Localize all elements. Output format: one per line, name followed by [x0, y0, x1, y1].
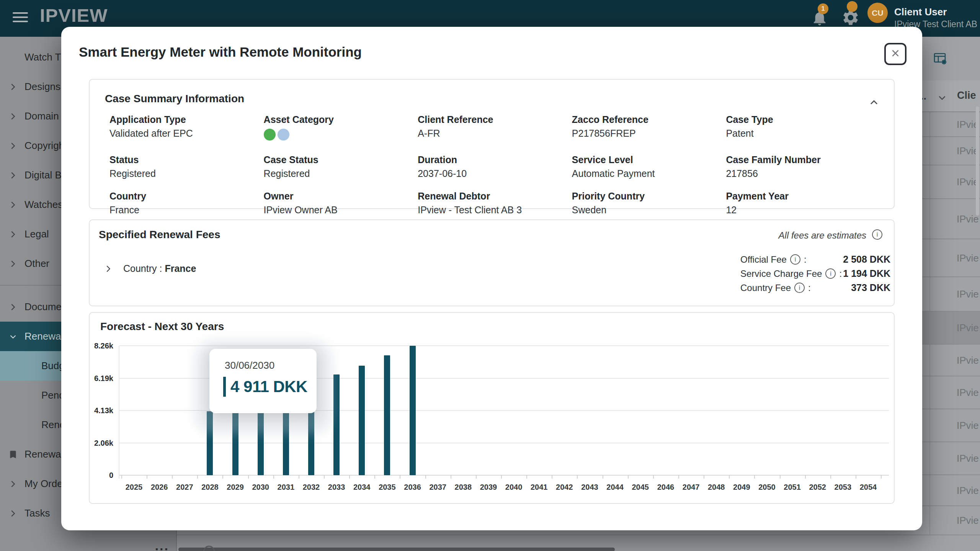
forecast-bar-2033[interactable]: [333, 374, 340, 475]
chevron-right-icon: [8, 141, 18, 151]
menu-icon[interactable]: [13, 12, 28, 24]
chart-x-tick: [248, 475, 249, 479]
chart-y-tick-label: 8.26k: [94, 342, 113, 350]
floating-button[interactable]: [203, 546, 215, 551]
close-button[interactable]: [884, 43, 906, 65]
chart-x-tick: [856, 475, 856, 479]
chart-x-tick: [400, 475, 400, 479]
summary-field-label: Asset Category: [264, 114, 418, 125]
chart-x-tick: [425, 475, 426, 479]
horizontal-scrollbar[interactable]: [178, 548, 615, 551]
summary-field: Case TypePatent: [726, 114, 880, 143]
table-cell-client: IPvie: [957, 213, 979, 225]
chart-x-tick-label: 2047: [683, 483, 700, 492]
sidebar-item-label: Legal: [24, 228, 49, 240]
chart-x-tick: [678, 475, 679, 479]
sidebar-item-label: My Order: [24, 478, 66, 490]
summary-field: CountryFrance: [109, 191, 264, 216]
chart-x-tick-label: 2038: [455, 483, 472, 492]
summary-field: Payment Year12: [726, 191, 880, 216]
chart-x-tick: [374, 475, 375, 479]
chevron-right-icon: [8, 111, 18, 122]
chart-x-tick: [273, 475, 274, 479]
chart-x-tick: [780, 475, 781, 479]
chart-x-tick: [299, 475, 299, 479]
fee-label: Official Feei:: [740, 254, 807, 265]
table-column-header-client[interactable]: Clie: [957, 90, 976, 101]
chart-x-tick-label: 2040: [505, 483, 523, 492]
chevron-up-icon[interactable]: [868, 96, 880, 110]
summary-field-label: Payment Year: [726, 191, 880, 202]
sidebar-item-label: Tasks: [24, 507, 50, 519]
info-icon[interactable]: i: [790, 254, 800, 265]
sidebar-item-label: Documen: [24, 301, 67, 313]
forecast-bar-2035[interactable]: [384, 355, 390, 475]
chevron-right-icon: [103, 264, 113, 274]
chart-y-tick-label: 4.13k: [94, 406, 113, 415]
chart-x-tick-label: 2045: [632, 483, 649, 492]
chart-x-tick: [324, 475, 325, 479]
forecast-bar-2036[interactable]: [410, 346, 416, 475]
vertical-scrollbar[interactable]: [976, 106, 979, 216]
summary-field-label: Status: [109, 154, 264, 165]
summary-field-value: 12: [726, 204, 880, 216]
summary-field: OwnerIPview Owner AB: [264, 191, 418, 216]
fees-country-group[interactable]: Country : France: [103, 263, 196, 274]
chart-x-tick: [197, 475, 198, 479]
chevron-right-icon: [8, 170, 18, 181]
app-logo[interactable]: IPVIEW: [40, 5, 108, 26]
summary-field-value: IPview - Test Client AB 3: [418, 204, 572, 216]
table-cell-client: IPvie: [957, 252, 979, 264]
chevron-right-icon: [8, 82, 18, 92]
summary-field-value: Validated after EPC: [109, 128, 264, 139]
chart-x-tick: [172, 475, 173, 479]
chart-x-tick: [577, 475, 578, 479]
fee-line: Official Feei:2 508 DKK: [740, 252, 890, 267]
summary-field-label: Priority Country: [572, 191, 726, 202]
case-summary-card: Case Summary Information Application Typ…: [89, 79, 895, 209]
chevron-right-icon: [8, 302, 18, 312]
forecast-bar-2034[interactable]: [359, 366, 365, 475]
fees-country-value: France: [165, 263, 196, 274]
chevron-down-icon[interactable]: [936, 92, 948, 105]
sidebar-more-button[interactable]: ...: [155, 538, 169, 551]
user-name: Client User: [894, 6, 947, 18]
renewal-fees-card: Specified Renewal Fees All fees are esti…: [89, 219, 895, 306]
info-icon[interactable]: i: [872, 229, 882, 240]
table-cell-client: IPvie: [957, 354, 979, 366]
summary-field-value: 2037-06-10: [418, 168, 572, 179]
chart-x-tick: [501, 475, 502, 479]
summary-field: Asset Category: [264, 114, 418, 143]
tooltip-date: 30/06/2030: [225, 360, 317, 371]
forecast-chart-card: Forecast - Next 30 Years 02.06k4.13k6.19…: [89, 312, 895, 504]
fee-label: Service Charge Feei:: [740, 268, 842, 279]
forecast-title: Forecast - Next 30 Years: [100, 320, 224, 333]
info-icon[interactable]: i: [794, 283, 805, 293]
chart-x-tick: [552, 475, 552, 479]
chart-x-tick-label: 2048: [708, 483, 725, 492]
summary-field-value: Sweden: [572, 204, 726, 216]
fee-line: Country Feei:373 DKK: [740, 281, 890, 295]
asset-category-dot: [278, 129, 289, 141]
chart-x-tick-label: 2049: [733, 483, 750, 492]
fee-value: 2 508 DKK: [843, 254, 890, 265]
chart-x-tick-label: 2037: [429, 483, 446, 492]
close-icon: [890, 47, 901, 60]
chevron-right-icon: [8, 229, 18, 240]
summary-field-value: P217856FREP: [572, 128, 726, 139]
info-icon[interactable]: i: [825, 268, 836, 279]
summary-field: Zacco ReferenceP217856FREP: [572, 114, 726, 143]
renewal-fees-title: Specified Renewal Fees: [99, 229, 220, 241]
table-settings-icon[interactable]: [933, 52, 947, 67]
chart-x-tick-label: 2028: [201, 483, 219, 492]
chart-x-tick-label: 2046: [657, 483, 675, 492]
avatar[interactable]: CU: [867, 3, 888, 23]
summary-field: Client ReferenceA-FR: [418, 114, 572, 143]
fee-value: 1 194 DKK: [843, 268, 890, 279]
summary-field: Application TypeValidated after EPC: [109, 114, 264, 143]
summary-field-label: Application Type: [109, 114, 264, 125]
summary-field-value: Automatic Payment: [572, 168, 726, 179]
chevron-right-icon: [8, 258, 18, 269]
chart-y-axis-line: [119, 346, 119, 479]
summary-field-value: [264, 128, 418, 143]
